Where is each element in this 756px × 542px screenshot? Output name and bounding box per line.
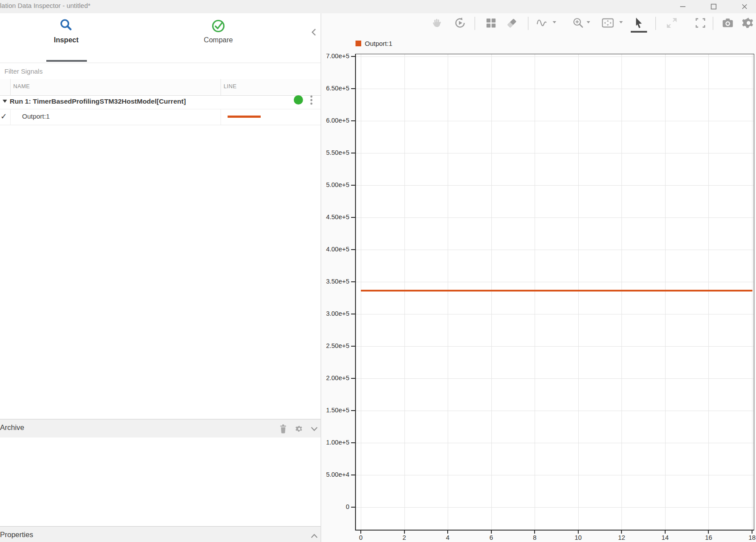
expand-plot-button[interactable] <box>665 16 678 30</box>
y-tick-label: 0 <box>318 503 349 510</box>
pan-hand-icon <box>432 18 442 28</box>
archive-settings-button[interactable] <box>293 423 305 434</box>
y-tick-mark <box>351 314 355 314</box>
signal-line-style-sample[interactable] <box>228 116 261 118</box>
tab-inspect[interactable]: Inspect <box>40 17 93 44</box>
pan-tool-button[interactable] <box>430 16 444 30</box>
y-tick-mark <box>351 185 355 186</box>
arrow-cursor-icon <box>633 17 644 29</box>
plot-legend[interactable]: Outport:1 <box>356 39 393 48</box>
tab-compare[interactable]: Compare <box>192 17 245 44</box>
x-gridline <box>621 54 622 530</box>
y-tick-label: 6.50e+5 <box>318 85 349 92</box>
y-gridline <box>356 475 753 475</box>
y-tick-mark <box>351 217 355 218</box>
filter-signals-input[interactable] <box>4 67 310 75</box>
compare-check-icon <box>192 17 245 34</box>
archive-delete-button[interactable] <box>277 423 289 434</box>
archive-label: Archive <box>0 423 24 432</box>
y-tick-label: 1.00e+5 <box>318 439 349 446</box>
x-tick-mark <box>404 531 405 534</box>
x-tick-label: 6 <box>482 534 501 541</box>
toolbar-separator <box>713 17 713 30</box>
y-tick-mark <box>351 120 355 121</box>
replay-icon <box>454 17 466 29</box>
archive-bar[interactable]: Archive <box>0 419 321 437</box>
x-tick-mark <box>534 531 535 534</box>
y-tick-mark <box>351 346 355 347</box>
y-gridline <box>356 217 753 218</box>
y-tick-label: 6.00e+5 <box>318 117 349 124</box>
signal-display-dropdown-caret[interactable] <box>553 21 556 23</box>
minimize-button[interactable] <box>678 2 688 11</box>
run-status-dot <box>294 95 303 105</box>
x-tick-mark <box>708 531 709 534</box>
simulation-data-inspector-window: lation Data Inspector - untitled* Inspec… <box>0 0 756 542</box>
signal-wave-icon <box>535 17 548 29</box>
x-tick-mark <box>665 531 666 534</box>
snapshot-button[interactable] <box>721 16 734 30</box>
properties-bar[interactable]: Properties <box>0 526 321 542</box>
cursor-tool-button[interactable] <box>632 16 645 30</box>
title-bar: lation Data Inspector - untitled* <box>0 0 756 13</box>
properties-label: Properties <box>0 531 33 539</box>
signals-panel: Inspect Compare NAME LINE <box>0 13 321 542</box>
fullscreen-button[interactable] <box>694 16 707 30</box>
clear-plots-button[interactable] <box>505 16 518 30</box>
y-gridline <box>356 443 753 443</box>
plot-grid-layer <box>356 54 753 530</box>
fit-to-view-button[interactable] <box>601 16 614 30</box>
y-tick-mark <box>351 507 355 508</box>
zoom-in-icon <box>572 17 584 29</box>
archive-collapse-button[interactable] <box>308 423 320 434</box>
x-tick-mark <box>491 531 492 534</box>
y-tick-mark <box>351 153 355 153</box>
fit-to-view-dropdown-caret[interactable] <box>619 21 623 23</box>
chevron-left-icon <box>311 28 317 36</box>
layout-grid-button[interactable] <box>484 16 498 30</box>
filter-signals-row <box>0 63 321 79</box>
maximize-button[interactable] <box>709 2 719 11</box>
signal-display-button[interactable] <box>535 16 548 30</box>
x-tick-mark <box>578 531 579 534</box>
expand-diagonal-icon <box>666 17 678 29</box>
run-options-menu-button[interactable] <box>308 94 315 106</box>
close-button[interactable] <box>740 2 749 11</box>
y-gridline <box>356 121 753 121</box>
trash-icon <box>279 424 288 434</box>
run-row[interactable]: Run 1: TimerBasedProfilingSTM32HostModel… <box>0 95 321 109</box>
x-tick-label: 10 <box>569 534 588 541</box>
y-tick-label: 3.00e+5 <box>318 310 349 317</box>
zoom-in-button[interactable] <box>572 16 585 30</box>
x-gridline <box>708 54 709 530</box>
collapse-panel-button[interactable] <box>309 27 319 37</box>
x-gridline <box>752 54 752 530</box>
x-tick-mark <box>360 531 361 534</box>
signal-trace-outport1[interactable] <box>361 290 752 292</box>
x-tick-label: 12 <box>612 534 631 541</box>
x-tick-label: 4 <box>438 534 457 541</box>
toolbar-separator <box>475 17 475 30</box>
plot-settings-button[interactable] <box>742 16 755 30</box>
active-tab-underline <box>46 60 87 62</box>
column-divider <box>10 109 11 125</box>
y-tick-label: 7.00e+5 <box>318 52 349 60</box>
properties-expand-button[interactable] <box>308 530 320 542</box>
replay-button[interactable] <box>453 16 467 30</box>
signal-checkbox[interactable]: ✓ <box>0 112 7 121</box>
fullscreen-icon <box>695 17 706 29</box>
settings-gear-icon <box>742 17 755 29</box>
maximize-icon <box>710 3 717 10</box>
x-tick-label: 14 <box>655 534 675 541</box>
y-gridline <box>356 411 753 411</box>
x-tick-label: 2 <box>395 534 414 541</box>
cursor-tool-active-underline <box>631 31 647 33</box>
zoom-dropdown-caret[interactable] <box>587 21 590 23</box>
x-gridline <box>448 54 448 530</box>
y-tick-mark <box>351 281 355 282</box>
toolbar-separator <box>528 17 528 30</box>
x-tick-mark <box>447 531 448 534</box>
run-expand-caret-icon[interactable] <box>3 100 7 103</box>
signal-row-outport1[interactable]: ✓ Outport:1 <box>0 109 321 125</box>
y-gridline <box>356 282 753 282</box>
